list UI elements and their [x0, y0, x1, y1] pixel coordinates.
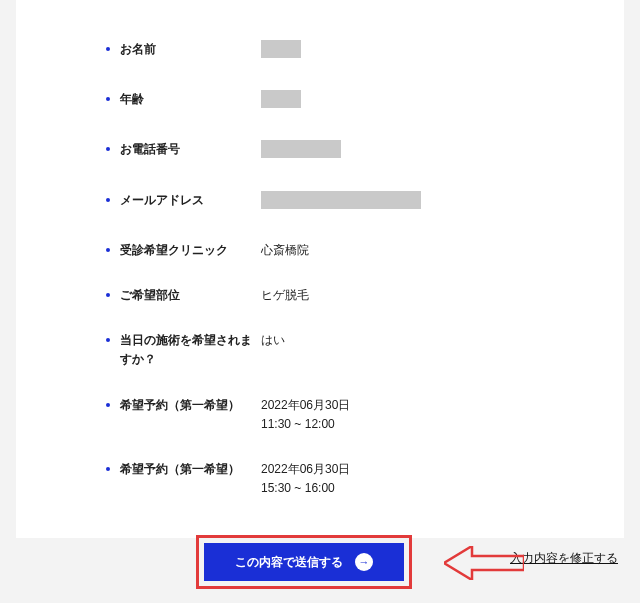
field-row: ご希望部位 ヒゲ脱毛 [106, 286, 544, 305]
arrow-right-icon: → [355, 553, 373, 571]
field-row: メールアドレス [106, 191, 544, 215]
bullet-icon [106, 47, 110, 51]
bullet-icon [106, 467, 110, 471]
field-label-cell: メールアドレス [106, 191, 261, 210]
field-label: 希望予約（第一希望） [120, 396, 240, 415]
submit-button-label: この内容で送信する [235, 554, 343, 571]
submit-button[interactable]: この内容で送信する → [204, 543, 404, 581]
field-row: 受診希望クリニック 心斎橋院 [106, 241, 544, 260]
field-row: 希望予約（第一希望） 2022年06月30日 15:30 ~ 16:00 [106, 460, 544, 498]
field-value [261, 40, 301, 64]
bullet-icon [106, 403, 110, 407]
field-label: メールアドレス [120, 191, 204, 210]
field-label: 年齢 [120, 90, 144, 109]
field-label-cell: 受診希望クリニック [106, 241, 261, 260]
annotation-highlight-box: この内容で送信する → [196, 535, 412, 589]
confirmation-card: お名前 年齢 お電話番号 メールアドレス [16, 0, 624, 538]
field-label-cell: 年齢 [106, 90, 261, 109]
field-value: 2022年06月30日 15:30 ~ 16:00 [261, 460, 350, 498]
field-value: はい [261, 331, 285, 350]
field-label: 希望予約（第一希望） [120, 460, 240, 479]
bullet-icon [106, 338, 110, 342]
redacted-block [261, 40, 301, 58]
field-row: お電話番号 [106, 140, 544, 164]
redacted-block [261, 140, 341, 158]
redacted-block [261, 191, 421, 209]
annotation-arrow-icon [444, 546, 524, 580]
field-row: お名前 [106, 40, 544, 64]
field-label-cell: お名前 [106, 40, 261, 59]
field-label-cell: お電話番号 [106, 140, 261, 159]
field-value: 2022年06月30日 11:30 ~ 12:00 [261, 396, 350, 434]
field-value [261, 191, 421, 215]
bullet-icon [106, 198, 110, 202]
field-value: ヒゲ脱毛 [261, 286, 309, 305]
field-label: 当日の施術を希望されますか？ [120, 331, 261, 369]
field-row: 希望予約（第一希望） 2022年06月30日 11:30 ~ 12:00 [106, 396, 544, 434]
field-label: お名前 [120, 40, 156, 59]
bullet-icon [106, 97, 110, 101]
field-label-cell: 当日の施術を希望されますか？ [106, 331, 261, 369]
bullet-icon [106, 248, 110, 252]
field-value [261, 140, 341, 164]
bullet-icon [106, 147, 110, 151]
bullet-icon [106, 293, 110, 297]
field-label-cell: 希望予約（第一希望） [106, 460, 261, 479]
redacted-block [261, 90, 301, 108]
field-label-cell: 希望予約（第一希望） [106, 396, 261, 415]
field-value [261, 90, 301, 114]
field-row: 当日の施術を希望されますか？ はい [106, 331, 544, 369]
field-label-cell: ご希望部位 [106, 286, 261, 305]
field-label: 受診希望クリニック [120, 241, 228, 260]
field-row: 年齢 [106, 90, 544, 114]
field-value: 心斎橋院 [261, 241, 309, 260]
field-label: ご希望部位 [120, 286, 180, 305]
field-label: お電話番号 [120, 140, 180, 159]
